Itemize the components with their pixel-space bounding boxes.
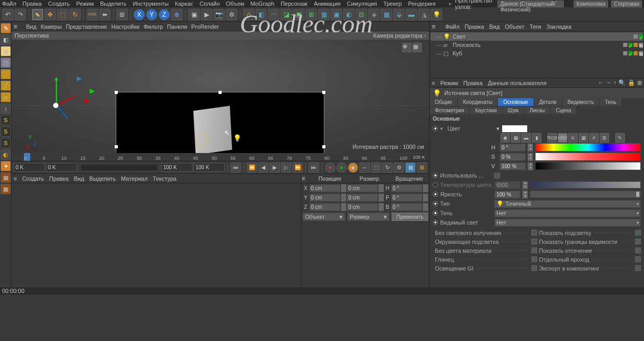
- s-spinner[interactable]: ▴▾: [528, 153, 533, 161]
- temp-spinner[interactable]: ▴▾: [523, 181, 528, 189]
- psr-icon[interactable]: PSR: [87, 9, 98, 20]
- menu-edit[interactable]: Правка: [22, 1, 42, 7]
- temp-input[interactable]: [494, 181, 520, 189]
- coord-hamburger-icon[interactable]: ≡: [301, 175, 310, 182]
- mixer-icon[interactable]: ▦: [579, 133, 588, 143]
- val-slider[interactable]: [535, 162, 641, 170]
- color-disclosure-icon[interactable]: ▾: [440, 125, 445, 132]
- select-tool-icon[interactable]: ⬉: [32, 9, 43, 20]
- checkbox[interactable]: ✓: [635, 265, 641, 271]
- menu-mesh[interactable]: Каркас: [175, 1, 193, 7]
- attr-tab[interactable]: Общие: [430, 98, 458, 107]
- layout-button[interactable]: Компоновка: [574, 1, 608, 7]
- attr-userdata-menu[interactable]: Данные пользователя: [488, 80, 546, 86]
- coord-pos-input[interactable]: 0 cm: [309, 184, 341, 192]
- obj-hamburger-icon[interactable]: ≡: [432, 23, 440, 30]
- checkbox[interactable]: [531, 239, 537, 244]
- axis-mode-icon[interactable]: ↕: [1, 103, 11, 114]
- checkbox[interactable]: ✓: [531, 256, 537, 262]
- eyedropper-icon[interactable]: ✎: [615, 133, 625, 143]
- v-input[interactable]: [500, 162, 526, 170]
- frame-current-input[interactable]: [46, 163, 77, 172]
- goto-end-icon[interactable]: ⏭: [309, 162, 319, 173]
- frame-end-input[interactable]: [161, 163, 192, 172]
- sat-slider[interactable]: [535, 152, 641, 161]
- key-dope-icon[interactable]: ⊞: [417, 162, 427, 173]
- scale-tool-icon[interactable]: ⬚: [57, 9, 68, 20]
- light-icon[interactable]: 💡: [431, 9, 442, 20]
- bright-input[interactable]: [494, 191, 520, 198]
- picture-viewer-icon[interactable]: 📷: [213, 9, 225, 20]
- temp-slider[interactable]: [530, 181, 641, 189]
- vp-options-menu[interactable]: Настройки: [111, 23, 139, 30]
- color-wheel-icon[interactable]: ◉: [501, 133, 510, 143]
- deformer-icon[interactable]: ⊞: [306, 9, 317, 20]
- shadow-dropdown[interactable]: Нет▾: [494, 209, 641, 217]
- bend-icon[interactable]: ◮: [418, 9, 430, 20]
- make-editable-icon[interactable]: ✎: [1, 23, 11, 33]
- attr-tab[interactable]: Координаты: [458, 98, 498, 107]
- timeline-scrollbar[interactable]: [80, 164, 158, 171]
- hsv-mode-icon[interactable]: HSV: [558, 133, 567, 143]
- hue-slider[interactable]: [535, 143, 641, 151]
- timeline-ruler[interactable]: /*ticks populated below via JS loop*/ 10…: [11, 153, 429, 161]
- coord-rot-input[interactable]: 0 °: [391, 194, 422, 202]
- axis-lock-icon[interactable]: ⊞: [116, 9, 128, 20]
- coord-object-dropdown[interactable]: Объект▾: [302, 213, 345, 221]
- mat-material-menu[interactable]: Материал: [121, 175, 148, 182]
- planar-wp-icon[interactable]: ▩: [1, 184, 11, 194]
- move-tool-icon[interactable]: ✥: [44, 9, 56, 20]
- use-radio[interactable]: [433, 173, 438, 178]
- snap-icon[interactable]: S: [1, 115, 11, 125]
- workplane-icon[interactable]: ◫: [1, 57, 11, 68]
- coord-size-dropdown[interactable]: Размер▾: [347, 213, 390, 221]
- y-axis-icon[interactable]: Y: [146, 9, 157, 20]
- render-settings-icon[interactable]: ⚙: [226, 9, 237, 20]
- prev-key-icon[interactable]: ⏪: [247, 162, 257, 173]
- undo-icon[interactable]: ↶: [2, 9, 14, 20]
- coord-size-input[interactable]: 0 cm: [347, 184, 378, 192]
- recent-tool-icon[interactable]: ⬌: [99, 9, 111, 20]
- menu-simulation[interactable]: Симуляция: [347, 1, 377, 7]
- vp-view-menu[interactable]: Вид: [26, 23, 37, 30]
- attr-tab[interactable]: Детали: [534, 98, 562, 107]
- obj-edit-menu[interactable]: Правка: [465, 23, 484, 30]
- snap3-icon[interactable]: S: [1, 138, 11, 148]
- null-object-icon[interactable]: ◇: [243, 9, 254, 20]
- texture-mode-icon[interactable]: ▦: [1, 46, 11, 56]
- vp-panels-menu[interactable]: Панели: [167, 23, 187, 30]
- prev-frame-icon[interactable]: ◀: [258, 162, 269, 173]
- frame-total-input[interactable]: [193, 163, 225, 172]
- type-radio[interactable]: [433, 201, 438, 206]
- coord-size-input[interactable]: 0 cm: [347, 203, 378, 211]
- obj-file-menu[interactable]: Файл: [445, 23, 459, 30]
- tag-icon[interactable]: ⬙: [393, 9, 405, 20]
- snap2-icon[interactable]: S: [1, 126, 11, 137]
- color-square-icon[interactable]: ▬: [521, 133, 531, 143]
- locked-wp-icon[interactable]: ▦: [1, 172, 11, 183]
- attr-hamburger-icon[interactable]: ≡: [432, 80, 435, 86]
- vp-filter-menu[interactable]: Фильтр: [143, 23, 163, 30]
- menu-character[interactable]: Персонаж: [281, 1, 307, 7]
- vislight-radio[interactable]: [433, 220, 438, 225]
- color-swatch-icon[interactable]: ▮: [532, 133, 541, 143]
- menu-file[interactable]: Файл: [2, 1, 16, 7]
- render-view-icon[interactable]: ▣: [188, 9, 200, 20]
- menu-volume[interactable]: Объем: [226, 1, 244, 7]
- mat-edit-menu[interactable]: Правка: [49, 175, 68, 182]
- shadow-radio[interactable]: [433, 210, 438, 216]
- menu-tracker[interactable]: Трекер: [383, 1, 402, 7]
- point-mode-icon[interactable]: ⋮: [1, 69, 11, 79]
- checkbox[interactable]: [635, 256, 641, 262]
- coord-rot-input[interactable]: 0 °: [391, 203, 422, 211]
- attr-tab[interactable]: Тень: [600, 98, 622, 107]
- coord-pos-input[interactable]: 0 cm: [309, 203, 341, 211]
- field-icon[interactable]: ◈: [368, 9, 380, 20]
- mat-select-menu[interactable]: Выделить: [89, 175, 116, 182]
- generator2-icon[interactable]: ◩: [293, 9, 305, 20]
- attr-up-icon[interactable]: ↑: [614, 79, 617, 86]
- coord-rot-input[interactable]: 0 °: [391, 184, 422, 192]
- bright-slider[interactable]: [530, 191, 641, 198]
- floor-icon[interactable]: ▬: [406, 9, 417, 20]
- viewport-nav-widget[interactable]: ✥▦: [402, 43, 423, 53]
